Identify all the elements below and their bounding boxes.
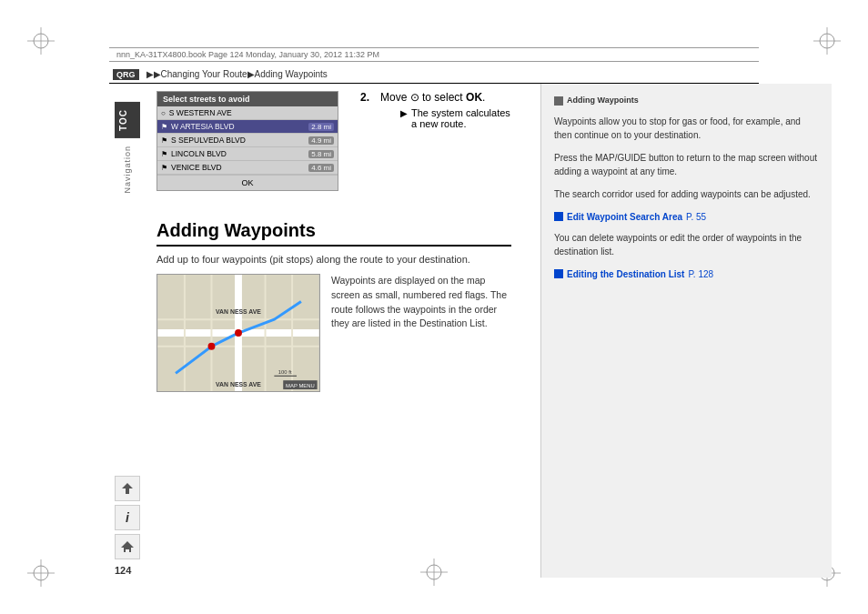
- file-info: nnn_KA-31TX4800.book Page 124 Monday, Ja…: [116, 50, 379, 59]
- link2-page: P. 128: [688, 267, 713, 281]
- step2-instruction: 2. Move ⊙ to select OK. ▶ The system cal…: [360, 91, 511, 129]
- sidebar-link-1[interactable]: Edit Waypoint Search Area P. 55: [554, 210, 819, 224]
- link1-page: P. 55: [686, 210, 706, 224]
- street-item-sepulveda: ⚑ S SEPULVEDA BLVD 4.9 mi: [157, 134, 338, 147]
- waypoints-content: VAN NESS AVE VAN NESS AVE MAP MENU 100 f…: [156, 274, 511, 392]
- sidebar-para-4: You can delete waypoints or edit the ord…: [554, 231, 819, 258]
- file-bar: nnn_KA-31TX4800.book Page 124 Monday, Ja…: [109, 47, 759, 62]
- svg-text:VAN NESS AVE: VAN NESS AVE: [216, 308, 261, 315]
- corner-tl: [27, 27, 55, 55]
- substep-text: The system calculates a new route.: [411, 107, 511, 129]
- svg-text:MAP MENU: MAP MENU: [286, 383, 315, 388]
- section-title: Adding Waypoints: [156, 220, 511, 247]
- sidebar-section-title: Adding Waypoints: [554, 95, 819, 107]
- nav-label: Navigation: [123, 146, 132, 194]
- street-icon-western: ○: [161, 109, 166, 117]
- link2-icon: [554, 269, 563, 278]
- link2-text: Editing the Destination List: [567, 267, 684, 281]
- street-name-western: S WESTERN AVE: [169, 108, 232, 117]
- qrg-badge: QRG: [113, 69, 139, 80]
- sidebar-para-2: Press the MAP/GUIDE button to return to …: [554, 151, 819, 178]
- sidebar-title-text: Adding Waypoints: [567, 95, 639, 107]
- sidebar-link-2[interactable]: Editing the Destination List P. 128: [554, 267, 819, 281]
- main-content: Select streets to avoid ○ S WESTERN AVE …: [146, 84, 522, 578]
- svg-text:100 ft: 100 ft: [278, 369, 292, 375]
- street-name-lincoln: LINCOLN BLVD: [171, 149, 227, 158]
- svg-text:VAN NESS AVE: VAN NESS AVE: [216, 381, 261, 388]
- dialog-title: Select streets to avoid: [157, 92, 338, 106]
- street-distance-sepulveda: 4.9 mi: [308, 136, 334, 145]
- street-name-artesia: W ARTESIA BLVD: [171, 122, 235, 131]
- adding-waypoints-section: Adding Waypoints Add up to four waypoint…: [156, 220, 511, 392]
- street-item-artesia: ⚑ W ARTESIA BLVD 2.8 mi: [157, 120, 338, 134]
- svg-point-30: [208, 343, 216, 350]
- street-item-western: ○ S WESTERN AVE: [157, 106, 338, 120]
- breadcrumb-bar: QRG ▶▶Changing Your Route▶Adding Waypoin…: [109, 65, 759, 84]
- toc-button[interactable]: TOC: [115, 102, 140, 138]
- sidebar-icon-arrow[interactable]: [115, 476, 140, 501]
- sidebar-icon-home[interactable]: [115, 534, 140, 559]
- street-item-lincoln: ⚑ LINCOLN BLVD 5.8 mi: [157, 147, 338, 161]
- select-streets-dialog: Select streets to avoid ○ S WESTERN AVE …: [156, 91, 338, 191]
- dialog-ok-button[interactable]: OK: [157, 175, 338, 190]
- street-distance-venice: 4.6 mi: [308, 164, 334, 172]
- street-item-venice: ⚑ VENICE BLVD 4.6 mi: [157, 161, 338, 175]
- street-distance-lincoln: 5.8 mi: [308, 150, 334, 158]
- step2-number: 2.: [360, 91, 375, 104]
- sidebar-icons: i: [109, 476, 146, 559]
- step2-text: Move ⊙ to select OK.: [380, 91, 485, 104]
- breadcrumb: ▶▶Changing Your Route▶Adding Waypoints: [146, 69, 328, 79]
- street-distance-artesia: 2.8 mi: [308, 123, 334, 131]
- link1-icon: [554, 212, 563, 221]
- sidebar-icon-info[interactable]: i: [115, 505, 140, 530]
- svg-point-31: [235, 329, 242, 337]
- step2-area: 2. Move ⊙ to select OK. ▶ The system cal…: [353, 91, 511, 144]
- street-icon-venice: ⚑: [161, 164, 167, 172]
- street-icon-sepulveda: ⚑: [161, 136, 167, 145]
- sidebar-para-1: Waypoints allow you to stop for gas or f…: [554, 115, 819, 142]
- waypoints-description: Waypoints are displayed on the map scree…: [331, 274, 511, 392]
- street-icon-artesia: ⚑: [161, 123, 167, 131]
- page-number: 124: [115, 565, 131, 576]
- street-icon-lincoln: ⚑: [161, 150, 167, 158]
- street-name-venice: VENICE BLVD: [171, 163, 222, 172]
- waypoints-map-image: VAN NESS AVE VAN NESS AVE MAP MENU 100 f…: [156, 274, 320, 392]
- section-intro: Add up to four waypoints (pit stops) alo…: [156, 254, 511, 265]
- sidebar-para-3: The search corridor used for adding wayp…: [554, 187, 819, 201]
- step2-substep: ▶ The system calculates a new route.: [400, 107, 511, 129]
- substep-arrow: ▶: [400, 108, 408, 118]
- section-icon: [554, 96, 563, 106]
- link1-text: Edit Waypoint Search Area: [567, 210, 682, 224]
- corner-tr: [813, 27, 841, 55]
- street-list: ○ S WESTERN AVE ⚑ W ARTESIA BLVD 2.8 mi …: [157, 106, 338, 175]
- street-name-sepulveda: S SEPULVEDA BLVD: [171, 136, 246, 145]
- corner-bl: [27, 559, 55, 587]
- right-sidebar: Adding Waypoints Waypoints allow you to …: [540, 84, 832, 578]
